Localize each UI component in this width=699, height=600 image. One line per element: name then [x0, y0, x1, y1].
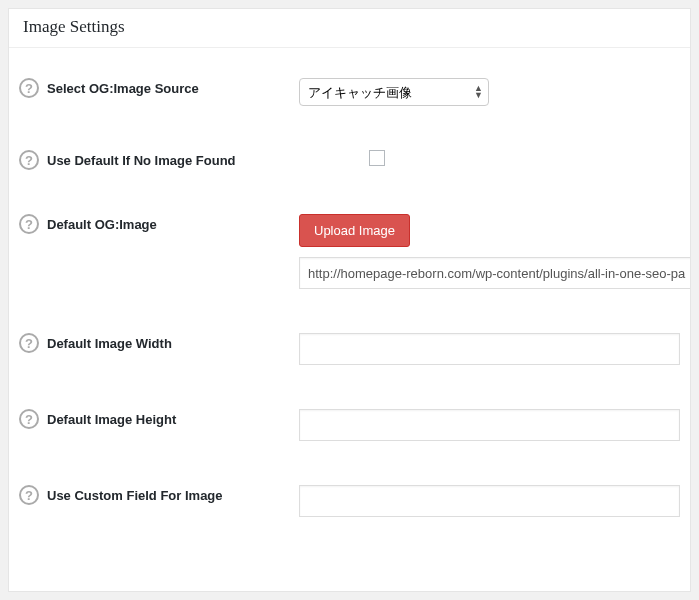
label-col: ? Default OG:Image: [19, 214, 299, 234]
field-col: [299, 150, 680, 166]
label-default-og-image: Default OG:Image: [47, 217, 157, 232]
label-og-image-source: Select OG:Image Source: [47, 81, 199, 96]
row-default-og-image: ? Default OG:Image Upload Image: [9, 192, 690, 311]
help-icon[interactable]: ?: [19, 409, 39, 429]
default-og-image-input[interactable]: [299, 257, 691, 289]
help-icon[interactable]: ?: [19, 214, 39, 234]
og-image-source-select[interactable]: アイキャッチ画像: [299, 78, 489, 106]
label-col: ? Default Image Width: [19, 333, 299, 353]
default-image-height-input[interactable]: [299, 409, 680, 441]
field-col: アイキャッチ画像 ▲▼: [299, 78, 680, 106]
label-col: ? Use Default If No Image Found: [19, 150, 299, 170]
field-col: [299, 485, 680, 517]
section-title: Image Settings: [9, 9, 690, 48]
custom-field-image-input[interactable]: [299, 485, 680, 517]
upload-image-button[interactable]: Upload Image: [299, 214, 410, 247]
row-default-image-width: ? Default Image Width: [9, 311, 690, 387]
label-default-image-width: Default Image Width: [47, 336, 172, 351]
settings-table: ? Select OG:Image Source アイキャッチ画像 ▲▼ ? U…: [9, 48, 690, 547]
label-col: ? Select OG:Image Source: [19, 78, 299, 98]
field-col: [299, 333, 680, 365]
help-icon[interactable]: ?: [19, 78, 39, 98]
help-icon[interactable]: ?: [19, 333, 39, 353]
field-col: [299, 409, 680, 441]
label-col: ? Default Image Height: [19, 409, 299, 429]
field-col: Upload Image: [299, 214, 680, 289]
use-default-checkbox[interactable]: [369, 150, 385, 166]
row-use-default-if-none: ? Use Default If No Image Found: [9, 128, 690, 192]
image-settings-panel: Image Settings ? Select OG:Image Source …: [8, 8, 691, 592]
label-default-image-height: Default Image Height: [47, 412, 176, 427]
help-icon[interactable]: ?: [19, 150, 39, 170]
label-col: ? Use Custom Field For Image: [19, 485, 299, 505]
row-og-image-source: ? Select OG:Image Source アイキャッチ画像 ▲▼: [9, 56, 690, 128]
label-use-default: Use Default If No Image Found: [47, 153, 236, 168]
label-custom-field-image: Use Custom Field For Image: [47, 488, 223, 503]
default-image-width-input[interactable]: [299, 333, 680, 365]
row-default-image-height: ? Default Image Height: [9, 387, 690, 463]
select-wrap: アイキャッチ画像 ▲▼: [299, 78, 489, 106]
help-icon[interactable]: ?: [19, 485, 39, 505]
row-custom-field-image: ? Use Custom Field For Image: [9, 463, 690, 539]
